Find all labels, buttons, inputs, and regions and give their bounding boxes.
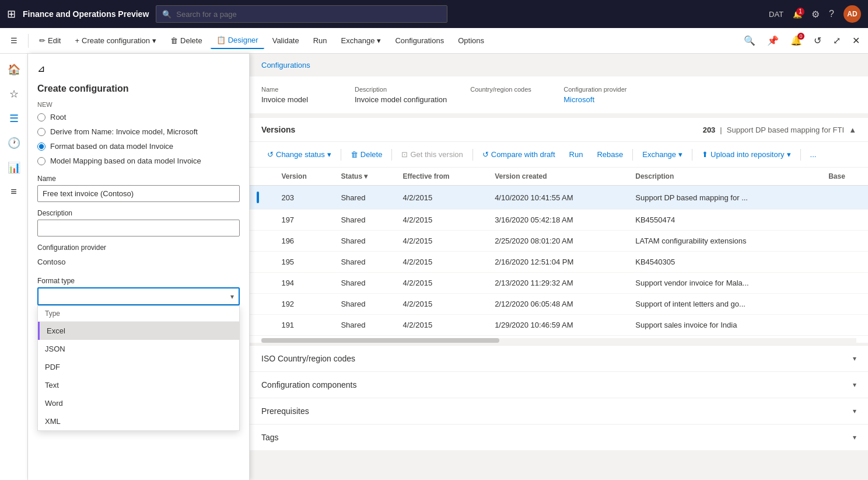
nav-configurations-button[interactable]: Configurations	[389, 33, 450, 48]
filter-icon[interactable]: ⊿	[37, 63, 45, 74]
delete-version-button[interactable]: 🗑 Delete	[345, 147, 388, 162]
col-effective-from[interactable]: Effective from	[396, 168, 488, 186]
nav-close-icon-button[interactable]: ✕	[849, 32, 863, 50]
compare-icon: ↺	[482, 150, 489, 159]
row-version: 191	[274, 315, 334, 336]
nav-designer-button[interactable]: 📋 Designer	[211, 32, 264, 49]
versions-subtitle: 203 | Support DP based mapping for FTI ▲	[703, 126, 856, 134]
collapsible-header-1[interactable]: Configuration components ▾	[250, 372, 868, 398]
grid-icon[interactable]: ⊞	[7, 8, 16, 20]
nav-expand-icon-button[interactable]: ⤢	[830, 32, 844, 50]
versions-header: Versions 203 | Support DP based mapping …	[250, 118, 868, 142]
nav-refresh-icon-button[interactable]: ↺	[810, 32, 825, 50]
change-status-button[interactable]: ↺ Change status ▾	[261, 147, 337, 162]
dropdown-item-excel[interactable]: Excel	[38, 322, 239, 340]
sidebar-home-icon[interactable]: 🏠	[3, 58, 25, 81]
collapsible-header-2[interactable]: Prerequisites ▾	[250, 398, 868, 424]
sidebar-list-icon[interactable]: ☰	[5, 107, 23, 130]
row-effective-from: 4/2/2015	[396, 315, 488, 336]
nav-exchange-button[interactable]: Exchange ▾	[335, 33, 387, 48]
format-type-input-container[interactable]: ▾	[37, 287, 240, 305]
row-indicator-cell	[250, 252, 274, 273]
sidebar-menu-icon[interactable]: ≡	[6, 181, 22, 203]
format-type-dropdown[interactable]: ▾ Type Excel JSON PDF Text Word XML	[37, 287, 240, 305]
nav-pinned-icon-button[interactable]: 📌	[764, 32, 782, 50]
env-label: DAT	[769, 10, 783, 19]
nav-options-button[interactable]: Options	[452, 33, 490, 48]
panel-header: ⊿	[37, 63, 240, 74]
dropdown-item-word[interactable]: Word	[38, 394, 239, 412]
dropdown-chevron-icon[interactable]: ▾	[230, 293, 234, 301]
format-type-input[interactable]	[43, 292, 230, 301]
help-icon[interactable]: ?	[829, 9, 834, 19]
radio-root-input[interactable]	[37, 113, 46, 121]
row-effective-from: 4/2/2015	[396, 273, 488, 294]
description-input[interactable]	[37, 220, 240, 236]
settings-icon[interactable]: ⚙	[811, 9, 820, 20]
nav-delete-button[interactable]: 🗑 Delete	[164, 33, 208, 48]
nav-create-config-button[interactable]: + Create configuration ▾	[69, 33, 162, 48]
run-label: Run	[313, 36, 327, 45]
upload-repository-button[interactable]: ⬆ Upload into repository ▾	[696, 147, 796, 162]
col-version[interactable]: Version	[274, 168, 334, 186]
dropdown-item-json[interactable]: JSON	[38, 340, 239, 358]
compare-draft-button[interactable]: ↺ Compare with draft	[477, 147, 561, 162]
radio-model-label: Model Mapping based on data model Invoic…	[50, 156, 201, 165]
radio-format-input[interactable]	[37, 142, 46, 151]
table-scrollbar-thumb[interactable]	[261, 338, 499, 343]
dropdown-item-text[interactable]: Text	[38, 376, 239, 394]
sidebar-clock-icon[interactable]: 🕐	[3, 132, 25, 154]
avatar[interactable]: AD	[844, 5, 861, 23]
dropdown-item-xml[interactable]: XML	[38, 412, 239, 430]
nav-validate-button[interactable]: Validate	[267, 33, 305, 48]
col-indicator	[250, 168, 274, 186]
col-version-created[interactable]: Version created	[488, 168, 628, 186]
notifications-icon[interactable]: 🔔 1	[793, 10, 802, 19]
config-provider-field-value[interactable]: Microsoft	[564, 95, 634, 104]
designer-label: Designer	[228, 36, 258, 44]
nav-filter-icon-button[interactable]: 🔔0	[787, 32, 806, 50]
search-input[interactable]	[176, 10, 441, 19]
row-status: Shared	[334, 273, 396, 294]
row-base	[821, 294, 868, 315]
nav-search-icon-button[interactable]: 🔍	[740, 32, 759, 50]
table-row[interactable]: 197 Shared 4/2/2015 3/16/2020 05:42:18 A…	[250, 210, 868, 231]
exchange-button[interactable]: Exchange ▾	[636, 147, 688, 162]
nav-edit-button[interactable]: ✏ Edit	[33, 33, 66, 48]
create-config-panel: ⊿ Create configuration New Root Derive f…	[28, 54, 250, 480]
radio-derive-input[interactable]	[37, 128, 46, 136]
sidebar-star-icon[interactable]: ☆	[5, 83, 23, 105]
table-row[interactable]: 192 Shared 4/2/2015 2/12/2020 06:05:48 A…	[250, 294, 868, 315]
table-row[interactable]: 203 Shared 4/2/2015 4/10/2020 10:41:55 A…	[250, 186, 868, 210]
exchange-chevron-icon: ▾	[377, 36, 381, 45]
radio-root[interactable]: Root	[37, 113, 240, 121]
col-description[interactable]: Description	[628, 168, 821, 186]
collapsible-header-3[interactable]: Tags ▾	[250, 425, 868, 450]
radio-model-input[interactable]	[37, 157, 46, 165]
nav-hamburger[interactable]: ☰	[5, 33, 23, 48]
collapsible-section-0: ISO Country/region codes ▾	[250, 345, 868, 371]
dropdown-item-pdf[interactable]: PDF	[38, 358, 239, 376]
get-this-version-button[interactable]: ⊡ Get this version	[396, 147, 468, 162]
table-row[interactable]: 194 Shared 4/2/2015 2/13/2020 11:29:32 A…	[250, 273, 868, 294]
collapsible-header-0[interactable]: ISO Country/region codes ▾	[250, 346, 868, 371]
table-scrollbar-track[interactable]	[261, 338, 856, 343]
sidebar-chart-icon[interactable]: 📊	[3, 156, 25, 179]
search-bar[interactable]: 🔍	[156, 5, 447, 23]
table-row[interactable]: 195 Shared 4/2/2015 2/16/2020 12:51:04 P…	[250, 252, 868, 273]
new-label: New	[37, 101, 240, 108]
radio-format-based[interactable]: Format based on data model Invoice	[37, 142, 240, 151]
table-row[interactable]: 191 Shared 4/2/2015 1/29/2020 10:46:59 A…	[250, 315, 868, 336]
name-input[interactable]	[37, 185, 240, 202]
breadcrumb[interactable]: Configurations	[250, 54, 868, 76]
table-row[interactable]: 196 Shared 4/2/2015 2/25/2020 08:01:20 A…	[250, 231, 868, 252]
col-base[interactable]: Base	[821, 168, 868, 186]
run-version-button[interactable]: Run	[564, 147, 589, 162]
nav-run-button[interactable]: Run	[307, 33, 333, 48]
versions-collapse-icon[interactable]: ▲	[849, 126, 856, 134]
rebase-button[interactable]: Rebase	[591, 147, 629, 162]
col-status[interactable]: Status ▾	[334, 168, 396, 186]
radio-model-mapping[interactable]: Model Mapping based on data model Invoic…	[37, 156, 240, 165]
radio-derive[interactable]: Derive from Name: Invoice model, Microso…	[37, 127, 240, 136]
more-button[interactable]: ...	[804, 147, 822, 162]
